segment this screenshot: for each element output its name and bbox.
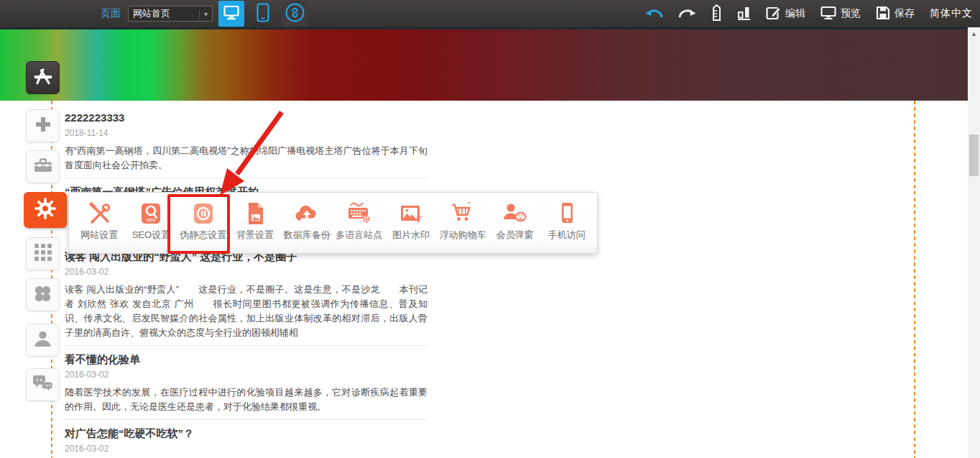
ruler-icon [711, 4, 722, 23]
mobile-phone-icon [256, 3, 269, 25]
preview-button[interactable]: 预览 [820, 6, 861, 22]
save-label: 保存 [895, 7, 915, 20]
popup-item-floating-cart[interactable]: 浮动购物车 [437, 193, 489, 253]
app-store-icon [32, 65, 54, 90]
popup-item-label: 多语言站点 [336, 229, 382, 242]
popup-item-multilanguage[interactable]: 多语言站点 [333, 193, 384, 253]
redo-button[interactable] [678, 6, 696, 21]
divider [65, 345, 427, 346]
news-list: 2222223333 2018-11-14 有“西南第一高钢塔，四川第二高电视塔… [65, 106, 427, 458]
bar-chart-icon [737, 5, 751, 22]
share-link-button[interactable] [282, 1, 308, 27]
news-title: 对广告怎能“吃硬不吃软”？ [65, 426, 427, 441]
news-title: 看不懂的化验单 [65, 352, 427, 367]
sidebar-item-app-market[interactable] [26, 61, 60, 94]
popup-item-database-backup[interactable]: 数据库备份 [281, 193, 333, 253]
popup-item-mobile-access[interactable]: 手机访问 [541, 193, 593, 253]
news-summary: 随着医学技术的发展，在医疗过程中进行的化验项目越来越多，它对诊断疾病起着重要的作… [65, 385, 427, 414]
preview-monitor-icon [820, 6, 836, 22]
news-summary: 有“西南第一高钢塔，四川第二高电视塔”之称的绵阳广播电视塔主塔广告位将于本月下旬… [65, 144, 427, 173]
add-plus-icon [34, 115, 52, 137]
layout-guide-line-right [914, 101, 915, 458]
ruler-button[interactable] [711, 4, 722, 23]
grid-modules-icon [34, 243, 52, 265]
popup-item-label: 数据库备份 [284, 229, 330, 242]
popup-item-label: 浮动购物车 [440, 229, 486, 242]
popup-item-pseudo-static[interactable]: 伪静态设置 [177, 193, 229, 253]
mobile-access-icon [553, 199, 581, 228]
divider [65, 419, 427, 420]
news-date: 2016-03-02 [65, 266, 427, 278]
svg-text:seo: seo [147, 216, 156, 223]
sidebar-item-member[interactable] [26, 324, 60, 357]
popup-item-member-popup[interactable]: 会员弹窗 [489, 193, 540, 253]
popup-item-label: SEO设置 [132, 229, 170, 242]
member-palette-icon [501, 199, 530, 228]
settings-popup-menu: 网站设置 seo SEO设置 伪静态设置 [68, 192, 598, 254]
sidebar-item-widgets[interactable] [26, 278, 60, 311]
clover-widgets-icon [33, 284, 52, 306]
save-button[interactable]: 保存 [876, 6, 915, 22]
scrollbar-thumb[interactable] [969, 134, 979, 176]
news-title: 2222223333 [65, 111, 427, 125]
popup-item-label: 背景设置 [236, 229, 274, 242]
popup-item-label: 会员弹窗 [496, 229, 534, 242]
edit-pencil-icon [766, 5, 781, 22]
editor-toolbar: 页面 网站首页 ▾ [0, 0, 980, 27]
popup-item-label: 伪静态设置 [180, 229, 226, 242]
redo-arrow-icon [678, 6, 696, 21]
news-date: 2018-11-14 [65, 127, 427, 139]
seo-magnifier-icon: seo [137, 199, 165, 228]
popup-item-site-settings[interactable]: 网站设置 [73, 193, 125, 253]
news-date: 2016-03-02 [65, 369, 427, 380]
image-watermark-icon: T [397, 199, 425, 228]
statistics-button[interactable] [737, 5, 751, 22]
svg-text:T: T [416, 214, 422, 224]
settings-gear-icon [34, 197, 57, 223]
divider [65, 178, 427, 178]
news-date: 2016-03-02 [65, 443, 427, 454]
toolbox-icon [33, 156, 53, 178]
shopping-cart-icon [448, 199, 477, 228]
popup-item-background[interactable]: 背景设置 [229, 193, 281, 253]
tools-icon [85, 199, 113, 228]
page-select-value: 网站首页 [133, 7, 199, 20]
desktop-view-button[interactable] [218, 1, 244, 27]
news-item: 对广告怎能“吃硬不吃软”？ 2016-03-02 美国有个著名的广告人说过，广告… [65, 426, 427, 458]
news-summary: 读客 闯入出版业的“野蛮人” 这是行业，不是圈子。这是生意，不是沙龙 本刊记者 … [65, 283, 427, 340]
chat-bubbles-icon [32, 375, 54, 395]
website-builder-editor: 2222223333 2018-11-14 有“西南第一高钢塔，四川第二高电视塔… [0, 0, 980, 458]
sidebar-item-settings[interactable] [24, 192, 67, 228]
sidebar-item-modules-grid[interactable] [26, 237, 60, 270]
cloud-backup-icon [292, 199, 321, 228]
keyboard-language-icon [345, 199, 374, 228]
save-floppy-icon [876, 6, 890, 22]
sidebar-item-chat[interactable] [26, 368, 60, 401]
sidebar-item-toolbox[interactable] [26, 150, 60, 183]
popup-item-label: 手机访问 [548, 229, 586, 242]
popup-item-label: 图片水印 [392, 229, 430, 242]
edit-button[interactable]: 编辑 [766, 5, 805, 22]
news-item: 看不懂的化验单 2016-03-02 随着医学技术的发展，在医疗过程中进行的化验… [65, 352, 427, 420]
share-link-icon [285, 2, 305, 26]
page-label: 页面 [101, 7, 121, 20]
user-icon [33, 329, 52, 351]
sidebar-item-add-module[interactable] [26, 109, 60, 142]
vertical-scrollbar[interactable]: ▲ [968, 27, 980, 458]
popup-item-watermark[interactable]: T 图片水印 [385, 193, 437, 253]
undo-arrow-icon [645, 6, 663, 21]
edit-label: 编辑 [785, 7, 805, 20]
scroll-up-arrow[interactable]: ▲ [968, 30, 980, 37]
news-item: 2222223333 2018-11-14 有“西南第一高钢塔，四川第二高电视塔… [65, 111, 427, 178]
page-select-dropdown[interactable]: 网站首页 ▾ [128, 6, 213, 22]
mobile-view-button[interactable] [250, 1, 276, 27]
news-item: 读客 闯入出版业的“野蛮人” 这是行业，不是圈子 2016-03-02 读客 闯… [65, 249, 427, 346]
background-page-icon [241, 199, 269, 228]
header-banner-image [0, 27, 968, 101]
popup-item-label: 网站设置 [80, 229, 118, 242]
undo-button[interactable] [645, 6, 663, 21]
chevron-down-icon: ▾ [199, 10, 208, 18]
language-switcher[interactable]: 简体中文 [930, 7, 973, 20]
popup-item-seo-settings[interactable]: seo SEO设置 [125, 193, 177, 253]
preview-label: 预览 [841, 7, 861, 20]
